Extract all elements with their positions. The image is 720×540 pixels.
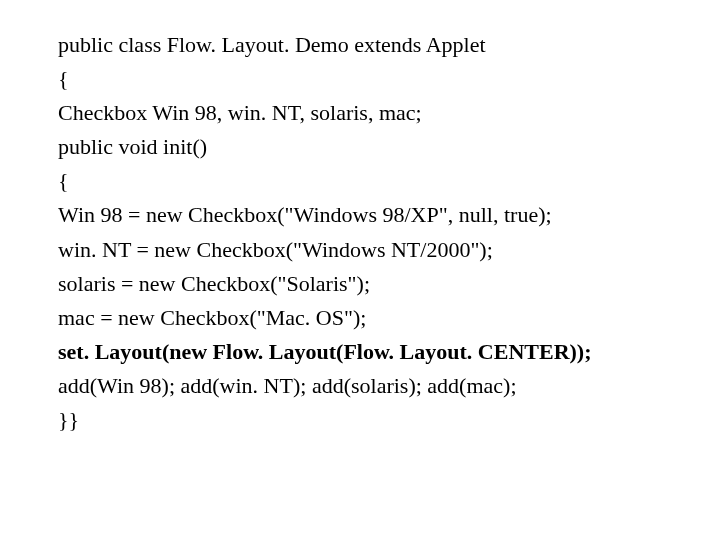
code-line: { — [58, 164, 720, 198]
code-line: Checkbox Win 98, win. NT, solaris, mac; — [58, 96, 720, 130]
code-slide: public class Flow. Layout. Demo extends … — [0, 0, 720, 437]
code-line: public void init() — [58, 130, 720, 164]
code-line: public class Flow. Layout. Demo extends … — [58, 28, 720, 62]
code-line: add(Win 98); add(win. NT); add(solaris);… — [58, 369, 720, 403]
code-line: win. NT = new Checkbox("Windows NT/2000"… — [58, 233, 720, 267]
code-line: solaris = new Checkbox("Solaris"); — [58, 267, 720, 301]
code-line: mac = new Checkbox("Mac. OS"); — [58, 301, 720, 335]
code-line: Win 98 = new Checkbox("Windows 98/XP", n… — [58, 198, 720, 232]
code-line-emphasis: set. Layout(new Flow. Layout(Flow. Layou… — [58, 335, 720, 369]
code-line: }} — [58, 403, 720, 437]
code-line: { — [58, 62, 720, 96]
